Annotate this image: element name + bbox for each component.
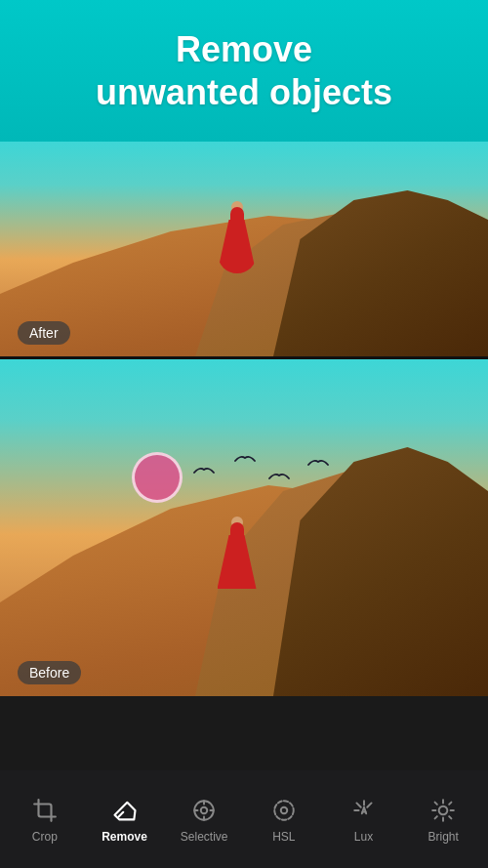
remove-label: Remove <box>102 830 147 844</box>
bird-3-icon <box>268 471 290 482</box>
after-desert-scene <box>0 142 488 356</box>
crop-label: Crop <box>32 830 58 844</box>
tool-selective[interactable]: Selective <box>164 788 244 851</box>
bird-2-icon <box>234 453 256 465</box>
svg-line-21 <box>449 802 451 804</box>
title-line1: Remove <box>176 29 312 69</box>
svg-line-8 <box>356 803 360 806</box>
toolbar: Crop Remove Selective <box>0 770 488 868</box>
figure-before <box>215 516 259 589</box>
crop-icon <box>30 796 60 825</box>
figure-after <box>215 200 259 273</box>
remove-eraser-icon <box>110 796 140 825</box>
svg-line-20 <box>435 816 437 818</box>
tool-hsl[interactable]: HSL <box>244 788 324 851</box>
bird-4-icon <box>307 457 329 469</box>
tool-crop[interactable]: Crop <box>5 788 85 851</box>
svg-line-10 <box>367 803 371 806</box>
svg-line-17 <box>449 816 451 818</box>
after-image-panel: After <box>0 142 488 356</box>
brightness-label: Bright <box>428 830 459 844</box>
svg-point-7 <box>281 806 288 813</box>
svg-line-16 <box>435 802 437 804</box>
selection-circle <box>132 452 183 503</box>
lux-icon <box>349 796 379 825</box>
bird-1-icon <box>193 465 215 476</box>
svg-point-6 <box>274 801 294 820</box>
brightness-icon <box>428 796 458 825</box>
selective-label: Selective <box>181 830 228 844</box>
header-area: Remove unwanted objects <box>0 0 488 142</box>
hsl-icon <box>269 796 299 825</box>
header-title: Remove unwanted objects <box>96 28 392 112</box>
title-line2: unwanted objects <box>96 72 392 112</box>
selective-icon <box>189 796 219 825</box>
figure-dress-after <box>218 220 257 273</box>
figure-dress-before <box>218 535 257 589</box>
tool-remove[interactable]: Remove <box>85 788 165 851</box>
after-label: After <box>18 321 70 345</box>
panel-divider <box>0 356 488 359</box>
before-label: Before <box>18 661 81 684</box>
lux-label: Lux <box>354 830 373 844</box>
tool-brightness[interactable]: Bright <box>403 788 483 851</box>
before-image-panel: Before <box>0 359 488 696</box>
svg-point-1 <box>201 806 208 813</box>
before-desert-scene <box>0 359 488 696</box>
svg-point-13 <box>439 806 448 814</box>
hsl-label: HSL <box>272 830 295 844</box>
tool-lux[interactable]: Lux <box>324 788 404 851</box>
